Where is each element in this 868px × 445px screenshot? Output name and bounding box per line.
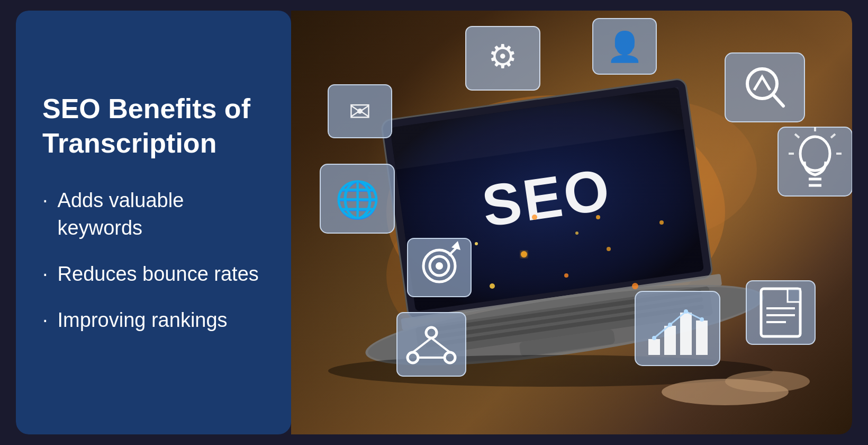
title-line1: SEO Benefits of	[42, 93, 250, 124]
bullet-item-rankings: · Improving rankings	[42, 307, 265, 334]
svg-text:🌐: 🌐	[335, 178, 380, 221]
svg-text:⚙: ⚙	[488, 38, 518, 75]
seo-background: SEO	[291, 11, 852, 434]
svg-point-66	[668, 323, 672, 327]
svg-text:👤: 👤	[607, 30, 643, 64]
svg-text:✉: ✉	[349, 97, 371, 127]
svg-point-67	[684, 309, 688, 314]
bullet-dot-3: ·	[42, 307, 48, 334]
main-container: SEO Benefits of Transcription · Adds val…	[16, 11, 852, 434]
bullet-list: · Adds valuable keywords · Reduces bounc…	[42, 187, 265, 353]
svg-rect-69	[746, 281, 815, 344]
seo-illustration: SEO	[291, 11, 852, 434]
svg-point-20	[607, 247, 611, 251]
title-line2: Transcription	[42, 128, 216, 158]
right-panel: SEO	[291, 11, 852, 434]
svg-point-68	[700, 317, 704, 322]
left-panel: SEO Benefits of Transcription · Adds val…	[16, 11, 291, 434]
bullet-dot-2: ·	[42, 261, 48, 288]
svg-rect-63	[680, 313, 692, 355]
svg-point-21	[632, 283, 638, 289]
svg-rect-53	[397, 313, 466, 376]
bullet-item-keywords: · Adds valuable keywords	[42, 187, 265, 242]
svg-point-24	[532, 215, 537, 220]
svg-point-19	[490, 283, 495, 289]
svg-point-75	[725, 371, 810, 392]
svg-rect-62	[664, 326, 676, 355]
svg-point-65	[652, 336, 656, 340]
svg-rect-35	[725, 53, 804, 122]
bullet-dot-1: ·	[42, 187, 48, 214]
bullet-text-bounce: Reduces bounce rates	[58, 261, 259, 288]
svg-rect-64	[696, 321, 708, 355]
svg-point-18	[564, 273, 568, 278]
page-title: SEO Benefits of Transcription	[42, 92, 265, 161]
svg-rect-61	[648, 339, 660, 355]
svg-point-25	[575, 232, 578, 235]
svg-point-22	[475, 242, 478, 245]
bullet-text-rankings: Improving rankings	[58, 307, 228, 334]
svg-point-26	[596, 215, 600, 219]
svg-point-23	[659, 220, 664, 225]
bullet-text-keywords: Adds valuable keywords	[58, 187, 265, 242]
svg-point-17	[521, 251, 527, 257]
svg-point-50	[436, 262, 443, 270]
bullet-item-bounce: · Reduces bounce rates	[42, 261, 265, 288]
